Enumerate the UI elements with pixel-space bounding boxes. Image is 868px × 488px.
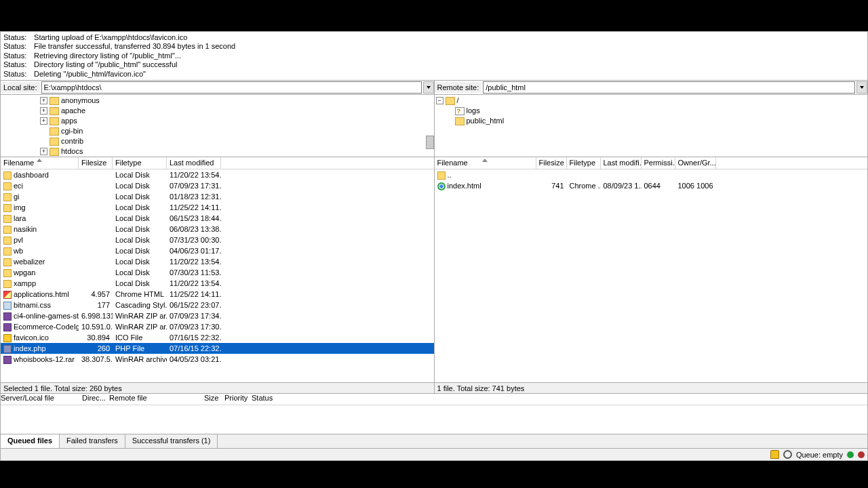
column-header[interactable]: Filetype xyxy=(113,157,167,169)
tree-item-label: apache xyxy=(61,106,85,116)
tree-item[interactable]: contrib xyxy=(2,136,433,146)
file-list-row[interactable]: webalizerLocal Disk11/20/22 13:54... xyxy=(1,256,434,267)
tree-item-label: public_html xyxy=(467,116,505,126)
folder-icon xyxy=(3,226,12,234)
file-list-row[interactable]: pvlLocal Disk07/31/23 00:30... xyxy=(1,235,434,245)
bottom-status-bar: Queue: empty xyxy=(1,448,867,460)
css-icon xyxy=(3,302,12,310)
site-path-bar: Local site: Remote site: xyxy=(1,81,867,95)
column-header[interactable]: Filename xyxy=(435,157,536,169)
file-list-row[interactable]: index.html741Chrome ...08/09/23 1...0644… xyxy=(435,180,868,191)
column-header[interactable]: Filetype xyxy=(567,157,601,169)
tree-item-label: anonymous xyxy=(61,96,100,106)
folder-icon xyxy=(3,280,12,288)
file-list-row[interactable]: whoisbooks-12.rar38.307.5...WinRAR archi… xyxy=(1,354,434,365)
local-status-bar: Selected 1 file. Total size: 260 bytes xyxy=(1,382,434,393)
tree-item-label: logs xyxy=(467,106,480,116)
column-header[interactable]: Status xyxy=(252,394,279,405)
local-columns: FilenameFilesizeFiletypeLast modified xyxy=(1,157,434,169)
tree-item-label: cgi-bin xyxy=(61,126,83,136)
column-header[interactable]: Filesize xyxy=(536,157,567,169)
column-header[interactable]: Priority xyxy=(224,394,252,405)
folder-icon xyxy=(3,171,12,180)
log-line: Status: Retrieving directory listing of … xyxy=(3,52,865,60)
tab-queued-files[interactable]: Queued files xyxy=(1,434,60,448)
tree-toggle[interactable]: + xyxy=(40,97,47,104)
tree-item[interactable]: +apache xyxy=(2,106,433,116)
log-line: Status: File transfer successful, transf… xyxy=(3,42,865,51)
column-header[interactable]: Direc... xyxy=(82,394,109,405)
tree-item[interactable]: +apps xyxy=(2,116,433,126)
scrollbar-handle[interactable] xyxy=(426,136,434,149)
tab-failed-transfers[interactable]: Failed transfers xyxy=(60,434,125,448)
tab-successful-transfers[interactable]: Successful transfers (1) xyxy=(125,434,218,448)
folder-icon xyxy=(3,182,12,190)
file-list-row[interactable]: .. xyxy=(435,169,868,180)
folder-icon xyxy=(50,97,59,105)
activity-led-download xyxy=(847,451,854,458)
tree-item[interactable]: public_html xyxy=(436,116,867,126)
tree-toggle[interactable]: + xyxy=(40,107,47,115)
column-header[interactable]: Size xyxy=(204,394,224,405)
queue-body[interactable] xyxy=(1,405,867,434)
queue-columns: Server/Local fileDirec...Remote fileSize… xyxy=(1,393,867,405)
ico-icon xyxy=(3,334,12,342)
column-header[interactable]: Filesize xyxy=(79,157,113,169)
php-icon xyxy=(3,345,12,353)
file-list-row[interactable]: wbLocal Disk04/06/23 01:17... xyxy=(1,245,434,256)
file-list-row[interactable]: bitnami.css177Cascading Styl...06/15/22 … xyxy=(1,300,434,310)
column-header[interactable]: Last modified xyxy=(167,157,221,169)
directory-tree-row: +anonymous+apache+appscgi-bincontrib+htd… xyxy=(1,95,867,157)
file-list-row[interactable]: imgLocal Disk11/25/22 14:11... xyxy=(1,202,434,213)
local-file-list[interactable]: dashboardLocal Disk11/20/22 13:54...eciL… xyxy=(1,169,434,382)
tree-item-label: contrib xyxy=(61,136,83,146)
local-directory-tree[interactable]: +anonymous+apache+appscgi-bincontrib+htd… xyxy=(1,95,435,157)
file-list-row[interactable]: applications.html4.957Chrome HTML ...11/… xyxy=(1,289,434,300)
tree-toggle[interactable]: − xyxy=(436,97,443,104)
lock-icon[interactable] xyxy=(770,450,779,459)
file-list-row[interactable]: index.php260PHP File07/16/15 22:32... xyxy=(1,343,434,354)
column-header[interactable]: Last modifi... xyxy=(601,157,642,169)
tree-item[interactable]: +htdocs xyxy=(2,146,433,157)
tree-item[interactable]: +anonymous xyxy=(2,96,433,106)
local-site-path-input[interactable] xyxy=(41,81,422,94)
tree-item[interactable]: −/ xyxy=(436,96,867,106)
file-list-row[interactable]: laraLocal Disk06/15/23 18:44... xyxy=(1,213,434,224)
tree-item[interactable]: logs xyxy=(436,106,867,116)
tree-item-label: apps xyxy=(61,116,77,126)
file-list-row[interactable]: xamppLocal Disk11/20/22 13:54... xyxy=(1,278,434,289)
file-list-row[interactable]: favicon.ico30.894ICO File07/16/15 22:32.… xyxy=(1,332,434,343)
filelist-row: FilenameFilesizeFiletypeLast modified da… xyxy=(1,157,867,393)
tree-item[interactable]: cgi-bin xyxy=(2,126,433,136)
file-list-row[interactable]: dashboardLocal Disk11/20/22 13:54... xyxy=(1,169,434,180)
folder-icon xyxy=(3,193,12,201)
folder-icon xyxy=(3,247,12,256)
gear-icon[interactable] xyxy=(783,450,792,459)
file-list-row[interactable]: ci4-online-games-st...6.998.131WinRAR ZI… xyxy=(1,310,434,321)
folder-icon xyxy=(3,204,12,212)
column-header[interactable]: Remote file xyxy=(109,394,204,405)
remote-file-list[interactable]: ..index.html741Chrome ...08/09/23 1...06… xyxy=(435,169,868,382)
file-list-row[interactable]: eciLocal Disk07/09/23 17:31... xyxy=(1,180,434,191)
remote-directory-tree[interactable]: −/logspublic_html xyxy=(435,95,868,157)
remote-site-dropdown[interactable] xyxy=(856,81,867,94)
tree-toggle[interactable]: + xyxy=(40,148,47,155)
folder-icon xyxy=(3,269,12,277)
transfer-tabs: Queued files Failed transfers Successful… xyxy=(1,434,867,448)
column-header[interactable]: Filename xyxy=(1,157,79,169)
file-list-row[interactable]: giLocal Disk01/18/23 12:31... xyxy=(1,191,434,202)
folder-icon xyxy=(50,138,59,146)
tree-toggle[interactable]: + xyxy=(40,117,47,125)
column-header[interactable]: Permissi... xyxy=(642,157,675,169)
local-site-dropdown[interactable] xyxy=(423,81,434,94)
column-header[interactable]: Owner/Gr... xyxy=(675,157,716,169)
file-list-row[interactable]: Ecommerce-CodeIg...10.591.0...WinRAR ZIP… xyxy=(1,321,434,332)
file-list-row[interactable]: wpganLocal Disk07/30/23 11:53... xyxy=(1,267,434,278)
folder-icon xyxy=(446,97,455,105)
remote-site-path-input[interactable] xyxy=(483,81,855,94)
local-site-label: Local site: xyxy=(1,82,40,93)
remote-file-panel: FilenameFilesizeFiletypeLast modifi...Pe… xyxy=(435,157,868,393)
column-header[interactable]: Server/Local file xyxy=(1,394,82,405)
file-list-row[interactable]: nasikinLocal Disk06/08/23 13:38... xyxy=(1,224,434,235)
message-log[interactable]: Status: Starting upload of E:\xampp\htdo… xyxy=(1,32,867,81)
